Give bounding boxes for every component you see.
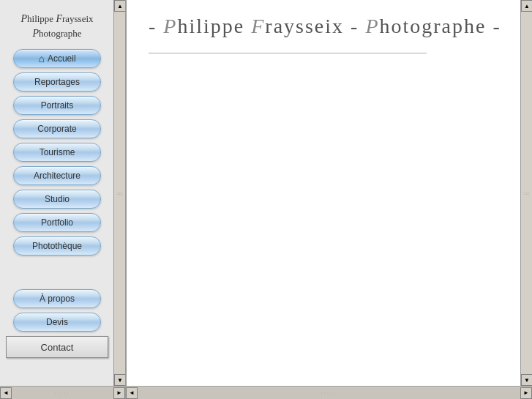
hscroll-track-1[interactable]: ::::: [12,387,113,399]
nav-phototheque[interactable]: Photothèque [13,236,101,256]
nav-devis[interactable]: Devis [13,313,101,332]
hscroll-bar-2: ◄ ::::: ► [126,387,532,400]
content-scroll-down[interactable]: ▼ [521,374,532,386]
content-scroll-up[interactable]: ▲ [521,0,532,12]
bottom-bar: ◄ ::::: ► ◄ ::::: ► [0,386,532,399]
content-area: - Philippe Fraysseix - Photographe - ▲ :… [126,0,532,386]
site-title: Philippe Fraysseix Photographe [20,12,93,40]
nav-portfolio[interactable]: Portfolio [13,213,101,232]
heading-italic-p2: P [365,15,379,37]
nav-reportages[interactable]: Reportages [13,72,101,92]
content-scroll-track[interactable]: ::::: [521,12,532,374]
heading-italic-p1: P [163,15,177,37]
nav-contact[interactable]: Contact [6,336,108,358]
nav-tourisme[interactable]: Tourisme [13,143,101,162]
nav-portraits[interactable]: Portraits [13,96,101,115]
nav-accueil[interactable]: ⌂ Accueil [13,49,101,68]
scroll-track[interactable]: ::::: [114,12,125,374]
hscroll-right-1[interactable]: ► [113,387,125,399]
sidebar-content: Philippe Fraysseix Photographe ⌂ Accueil… [0,0,114,364]
hscroll-left-1[interactable]: ◄ [0,387,12,399]
nav-apropos[interactable]: À propos [13,289,101,308]
scroll-up-arrow[interactable]: ▲ [114,0,126,12]
scroll-dots: ::::: [116,191,122,195]
heading-divider [149,53,427,53]
sidebar-scrollbar: ▲ ::::: ▼ [113,0,125,386]
hscroll-dots-1: ::::: [55,391,71,395]
scroll-down-arrow[interactable]: ▼ [114,374,126,386]
hscroll-left-2[interactable]: ◄ [126,387,138,399]
content-scroll-dots: ::::: [523,191,529,195]
hscroll-dots-2: ::::: [321,391,337,395]
nav-studio[interactable]: Studio [13,190,101,209]
heading-italic-f: F [251,15,265,37]
home-icon: ⌂ [38,53,44,64]
main-area: Philippe Fraysseix Photographe ⌂ Accueil… [0,0,532,386]
content-inner: - Philippe Fraysseix - Photographe - [127,0,532,386]
nav-architecture[interactable]: Architecture [13,166,101,185]
hscroll-right-2[interactable]: ► [520,387,532,399]
nav-corporate[interactable]: Corporate [13,119,101,138]
page-heading: - Philippe Fraysseix - Photographe - [149,15,510,38]
hscroll-track-2[interactable]: ::::: [138,387,520,399]
sidebar: Philippe Fraysseix Photographe ⌂ Accueil… [0,0,126,386]
content-scrollbar: ▲ ::::: ▼ [520,0,532,386]
app-window: Philippe Fraysseix Photographe ⌂ Accueil… [0,0,532,399]
bottom-left-corner: ◄ ::::: ► [0,387,126,400]
